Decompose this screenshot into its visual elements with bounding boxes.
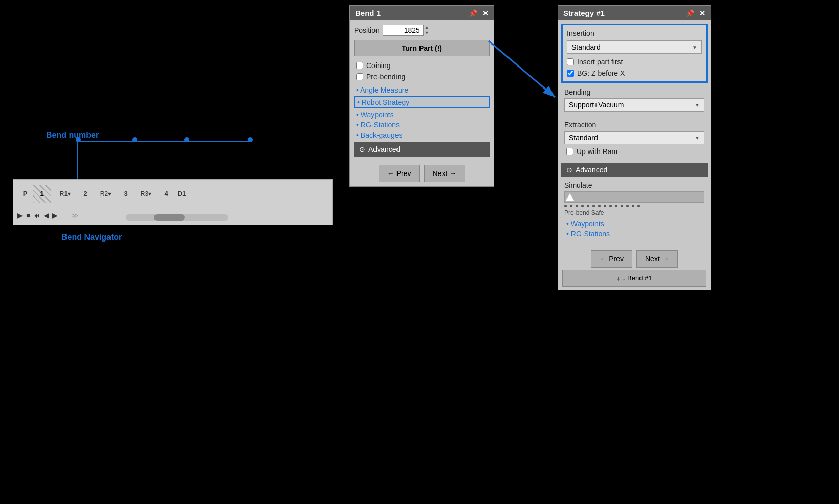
position-row: Position ▲ ▼: [354, 25, 490, 36]
position-label: Position: [354, 26, 380, 34]
next-play-icon[interactable]: ▶: [52, 211, 58, 220]
bend1-panel-footer: ← Prev Next →: [350, 161, 494, 186]
strategy-advanced-bar[interactable]: ⊙ Advanced: [561, 163, 708, 177]
track-labels-row: P 1 R1▾ 2 R2▾ 3 R3▾ 4 D1: [13, 180, 332, 208]
bend1-advanced-label: Advanced: [368, 145, 400, 154]
stop-icon[interactable]: ■: [26, 211, 30, 220]
track-container: P 1 R1▾ 2 R2▾ 3 R3▾ 4 D1 ▶ ■ ⏮ ◀ ▶ ≫: [13, 179, 333, 225]
insert-part-first-checkbox[interactable]: [567, 58, 574, 65]
extraction-dropdown[interactable]: Standard ▼: [564, 131, 704, 144]
track-item-4: 4: [160, 190, 172, 198]
bend1-panel: Bend 1 📌 ✕ Position ▲ ▼ Turn Part (!) Co…: [349, 5, 494, 187]
bend-bottom-label: ↓ Bend #1: [622, 274, 652, 282]
coining-label: Coining: [366, 61, 390, 70]
connector-arrow: [489, 36, 563, 102]
insertion-dropdown-arrow: ▼: [692, 45, 697, 50]
bg-z-before-x-checkbox[interactable]: [567, 70, 574, 77]
svg-line-1: [489, 41, 555, 97]
insertion-dropdown-value: Standard: [571, 43, 601, 51]
bending-section: Bending Support+Vacuum ▼: [561, 86, 708, 117]
bending-dropdown[interactable]: Support+Vacuum ▼: [564, 98, 704, 112]
node-2: [132, 137, 137, 142]
dot3: [576, 205, 578, 207]
simulate-slider-thumb[interactable]: [566, 193, 574, 201]
annotation-vline: [77, 141, 78, 182]
position-input[interactable]: [383, 25, 424, 36]
bend1-panel-body: Position ▲ ▼ Turn Part (!) Coining Pre-b…: [350, 20, 494, 161]
up-with-ram-checkbox[interactable]: [566, 148, 573, 155]
bend1-prev-button[interactable]: ← Prev: [379, 165, 420, 182]
skip-start-icon[interactable]: ⏮: [33, 211, 40, 220]
bend1-next-button[interactable]: Next →: [424, 165, 466, 182]
strategy-panel: Strategy #1 📌 ✕ Insertion Standard ▼ Ins…: [558, 5, 711, 290]
coining-checkbox[interactable]: [356, 62, 363, 69]
insertion-section-label: Insertion: [567, 29, 702, 37]
strategy-pin-icon[interactable]: 📌: [686, 9, 694, 17]
track-item-r3: R3▾: [132, 190, 160, 198]
scrollbar-track[interactable]: [126, 214, 228, 221]
dot2: [570, 205, 572, 207]
bend1-advanced-bar[interactable]: ⊙ Advanced: [354, 142, 490, 157]
strategy-advanced-icon: ⊙: [566, 166, 572, 174]
scrollbar-thumb[interactable]: [154, 214, 185, 221]
waypoints-link[interactable]: • Waypoints: [354, 111, 490, 119]
play-icon[interactable]: ▶: [17, 211, 23, 220]
coining-row: Coining: [354, 61, 490, 70]
dots-row: [564, 205, 704, 207]
bend1-panel-header: Bend 1 📌 ✕: [350, 6, 494, 20]
strategy-rg-stations-link[interactable]: • RG-Stations: [564, 230, 704, 238]
dot11: [621, 205, 623, 207]
spinner-down[interactable]: ▼: [425, 30, 429, 36]
back-gauges-link[interactable]: • Back-gauges: [354, 131, 490, 139]
pre-bend-safe-label: Pre-bend Safe: [564, 209, 704, 216]
simulate-section: Simulate Pre-b: [561, 179, 708, 244]
track-item-r1: R1▾: [51, 190, 79, 198]
dot10: [615, 205, 617, 207]
dot5: [587, 205, 589, 207]
strategy-panel-footer: ← Prev Next → ↓ ↓ Bend #1: [558, 247, 711, 290]
track-item-r2: R2▾: [92, 190, 120, 198]
strategy-close-icon[interactable]: ✕: [699, 9, 705, 17]
bend1-pin-icon[interactable]: 📌: [469, 9, 477, 17]
pre-bending-checkbox[interactable]: [356, 73, 363, 80]
turn-part-button[interactable]: Turn Part (!): [354, 40, 490, 56]
node-3: [184, 137, 189, 142]
dot6: [592, 205, 595, 207]
up-with-ram-label: Up with Ram: [577, 147, 617, 156]
strategy-waypoints-link[interactable]: • Waypoints: [564, 220, 704, 228]
track-item-2: 2: [79, 190, 92, 198]
rg-stations-link[interactable]: • RG-Stations: [354, 121, 490, 129]
track-item-d1: D1: [172, 190, 191, 198]
bend1-close-icon[interactable]: ✕: [482, 9, 489, 17]
bend-navigator-label: Bend Navigator: [61, 233, 122, 242]
pre-bending-label: Pre-bending: [366, 73, 405, 81]
advanced-circle-icon: ⊙: [359, 145, 365, 154]
extraction-dropdown-arrow: ▼: [695, 135, 700, 141]
insertion-dropdown[interactable]: Standard ▼: [567, 40, 702, 54]
dot7: [598, 205, 601, 207]
dot9: [609, 205, 612, 207]
dot1: [564, 205, 567, 207]
bend-number-label: Bend number: [46, 130, 99, 139]
bending-label: Bending: [564, 88, 704, 96]
strategy-prev-button[interactable]: ← Prev: [591, 250, 632, 268]
dot13: [632, 205, 634, 207]
dot14: [637, 205, 640, 207]
prev-icon[interactable]: ◀: [43, 211, 49, 220]
double-chevron-icon[interactable]: ≫: [71, 211, 79, 220]
strategy-panel-header: Strategy #1 📌 ✕: [558, 6, 711, 20]
bend-bottom-button[interactable]: ↓ ↓ Bend #1: [562, 270, 706, 287]
dot12: [626, 205, 629, 207]
dot4: [581, 205, 584, 207]
pre-bending-row: Pre-bending: [354, 73, 490, 81]
spinner-up[interactable]: ▲: [425, 25, 429, 30]
strategy-advanced-label: Advanced: [576, 166, 607, 174]
extraction-label: Extraction: [564, 121, 704, 129]
node-4: [248, 137, 253, 142]
angle-measure-link[interactable]: • Angle Measure: [354, 86, 490, 94]
position-spinner: ▲ ▼: [425, 25, 429, 36]
extraction-dropdown-value: Standard: [569, 134, 598, 142]
robot-strategy-link[interactable]: • Robot Strategy: [354, 96, 490, 108]
up-with-ram-row: Up with Ram: [564, 147, 704, 156]
strategy-next-button[interactable]: Next →: [636, 250, 678, 268]
